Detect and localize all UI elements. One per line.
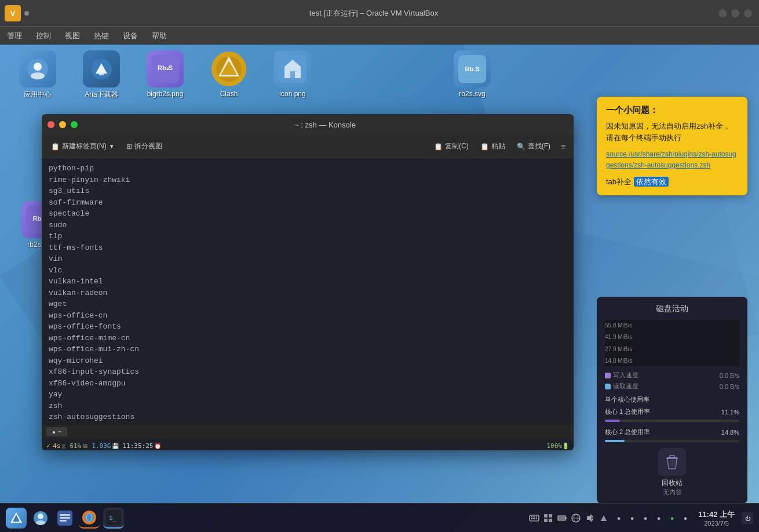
- terminal-tab[interactable]: ● ~: [46, 427, 67, 436]
- terminal-line: vulkan-radeon: [49, 287, 567, 299]
- terminal-line: wps-office-cn: [49, 310, 567, 322]
- disk-write-label: 写入速度: [613, 371, 638, 380]
- vbox-maximize-btn[interactable]: [731, 9, 739, 17]
- desktop-icon-bigrb2s[interactable]: Rb₂S bigrb2s.png: [139, 50, 191, 98]
- menu-manage[interactable]: 管理: [0, 27, 29, 45]
- tray-grid-icon[interactable]: [542, 512, 554, 524]
- cpu-row-2: 核心 2 总使用率 14.8%: [605, 428, 739, 436]
- cpu-bar-1-bg: [605, 420, 739, 422]
- konsole-find-btn[interactable]: 🔍 查找(F): [512, 139, 555, 154]
- cpu-1-label: 核心 1 总使用率: [605, 407, 650, 416]
- prompt-clock-icon: ⏰: [154, 443, 161, 449]
- menu-control[interactable]: 控制: [29, 27, 58, 45]
- prompt-time-indicator: 4s: [53, 442, 60, 450]
- cpu-bar-1-fill: [605, 420, 620, 422]
- konsole-maximize-btn[interactable]: [71, 121, 78, 128]
- notification-box: 一个小问题： 因未知原因，无法自动启用zsh补全，请在每个终端手动执行 sour…: [597, 97, 747, 195]
- prompt-cpu: 61%: [70, 442, 81, 450]
- vbox-minimize-btn[interactable]: [718, 9, 727, 17]
- cpu-row-1: 核心 1 总使用率 11.1%: [605, 407, 739, 416]
- svg-rect-42: [532, 516, 534, 518]
- tray-icon-3[interactable]: ●: [640, 512, 651, 524]
- konsole-new-tab-btn[interactable]: 📋 新建标签页(N) ▼: [46, 139, 119, 154]
- disk-read-label-group: 读取速度: [605, 382, 638, 391]
- konsole-minimize-btn[interactable]: [59, 121, 66, 128]
- terminal-line: rime-pinyin-zhwiki: [49, 174, 567, 186]
- vbox-dot: [24, 11, 29, 16]
- svg-rect-43: [534, 516, 535, 518]
- recycle-icon: [658, 448, 686, 476]
- menu-view[interactable]: 视图: [58, 27, 87, 45]
- menu-hotkeys[interactable]: 热键: [87, 27, 116, 45]
- terminal-line: wps-office-mui-zh-cn: [49, 344, 567, 355]
- terminal-line: sudo: [49, 220, 567, 231]
- notification-link[interactable]: source /usr/share/zsh/plugins/zsh-autosu…: [606, 149, 738, 171]
- tray-battery-icon[interactable]: [556, 512, 568, 524]
- terminal-line: python-pip: [49, 163, 567, 174]
- tray-icon-6[interactable]: ●: [680, 512, 691, 524]
- notification-body: 因未知原因，无法自动启用zsh补全，请在每个终端手动执行: [606, 121, 738, 143]
- tray-power-icon[interactable]: ⏻: [742, 512, 753, 524]
- svg-rect-53: [565, 517, 567, 519]
- konsole-toolbar: 📋 新建标签页(N) ▼ ⊞ 拆分视图 📋 复制(C) 📋 粘贴 🔍 查找(F): [42, 135, 574, 158]
- taskbar-dolphin-icon[interactable]: [30, 508, 51, 529]
- desktop-icon-clash-label: Clash: [220, 90, 238, 98]
- terminal-line: vlc: [49, 265, 567, 276]
- terminal-body[interactable]: python-piprime-pinyin-zhwikisg3_utilssof…: [42, 158, 574, 425]
- konsole-close-btn[interactable]: [48, 121, 54, 128]
- terminal-line: wps-office-mime-cn: [49, 333, 567, 344]
- terminal-line: zsh-autosuggestions: [49, 411, 567, 423]
- disk-chart: 55.8 MiB/s 41.9 MiB/s 27.9 MiB/s 14.0 Mi…: [605, 320, 739, 366]
- taskbar-tray-right: ● ● ● ● ● ●: [613, 512, 691, 524]
- paste-icon: 📋: [480, 143, 489, 151]
- taskbar-firefox-icon[interactable]: [79, 508, 100, 529]
- desktop-icon-clash[interactable]: Clash: [203, 50, 255, 98]
- desktop-icon-aria-label: Aria下载器: [85, 90, 118, 100]
- taskbar-terminal-icon[interactable]: $_: [103, 508, 124, 529]
- tray-icon-1[interactable]: ●: [613, 512, 625, 524]
- taskbar-launcher-icon[interactable]: [6, 508, 27, 529]
- konsole-paste-btn[interactable]: 📋 粘贴: [476, 139, 510, 154]
- tray-keyboard-icon[interactable]: [528, 512, 540, 524]
- tray-icon-4[interactable]: ●: [653, 512, 665, 524]
- desktop-icon-iconpng[interactable]: icon.png: [267, 50, 319, 98]
- svg-rect-33: [60, 514, 70, 516]
- konsole-split-view-btn[interactable]: ⊞ 拆分视图: [122, 139, 167, 154]
- terminal-line: sg3_utils: [49, 185, 567, 197]
- taskbar-files-icon[interactable]: [54, 508, 75, 529]
- recycle-bin[interactable]: 回收站 无内容: [605, 448, 739, 497]
- read-dot: [605, 384, 611, 389]
- cpu-1-value: 11.1%: [721, 409, 739, 416]
- terminal-line: xf86-input-synaptics: [49, 366, 567, 378]
- cpu-bar-2-bg: [605, 440, 739, 442]
- terminal-tab-bar: ● ~: [42, 425, 574, 439]
- svg-rect-50: [544, 519, 548, 522]
- terminal-line: zsh: [49, 400, 567, 412]
- desktop-icon-aria[interactable]: Aria下载器: [75, 50, 127, 100]
- konsole-menu-btn[interactable]: ≡: [557, 141, 569, 152]
- vbox-close-btn[interactable]: [744, 9, 752, 17]
- tray-icon-5[interactable]: ●: [666, 512, 678, 524]
- tray-up-arrow-icon[interactable]: [598, 512, 610, 524]
- terminal-line: wget: [49, 298, 567, 310]
- konsole-copy-btn[interactable]: 📋 复制(C): [429, 139, 473, 154]
- notification-bottom: tab补全 依然有效: [606, 177, 738, 187]
- terminal-line: ttf-ms-fonts: [49, 242, 567, 254]
- tray-icon-2[interactable]: ●: [626, 512, 638, 524]
- disk-write-label-group: 写入速度: [605, 371, 638, 380]
- menu-help[interactable]: 帮助: [145, 27, 174, 45]
- disk-speed-row-write: 写入速度 0.0 B/s: [605, 371, 739, 380]
- menu-devices[interactable]: 设备: [116, 27, 145, 45]
- tray-network-icon[interactable]: [570, 512, 582, 524]
- desktop-icon-app-center[interactable]: 应用中心: [12, 50, 64, 100]
- prompt-timer-icon: ⧖: [61, 442, 66, 450]
- terminal-line: yay: [49, 389, 567, 400]
- svg-text:$_: $_: [109, 514, 117, 522]
- taskbar-clock-date: 2023/7/5: [698, 520, 735, 527]
- desktop-icon-rb2ssvg[interactable]: Rb.S rb2s.svg: [446, 50, 498, 98]
- disk-speed-row-read: 读取速度 0.0 B/s: [605, 382, 739, 391]
- tab-icon: ●: [52, 429, 56, 435]
- recycle-label: 回收站: [662, 478, 683, 488]
- taskbar-clock[interactable]: 11:42 上午 2023/7/5: [695, 508, 738, 528]
- tray-sound-icon[interactable]: [584, 512, 596, 524]
